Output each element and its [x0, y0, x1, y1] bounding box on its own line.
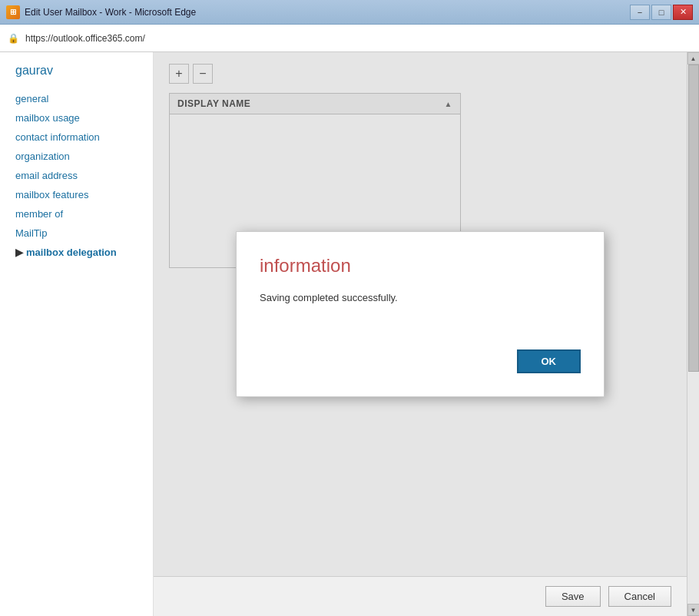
- sidebar-item-email-address[interactable]: email address: [0, 166, 153, 185]
- sidebar-item-organization[interactable]: organization: [0, 147, 153, 166]
- modal-title: information: [260, 255, 581, 277]
- sidebar-item-mailbox-features[interactable]: mailbox features: [0, 185, 153, 204]
- title-bar: ⊞ Edit User Mailbox - Work - Microsoft E…: [0, 0, 699, 25]
- sidebar-item-mailbox-usage[interactable]: mailbox usage: [0, 108, 153, 128]
- sidebar-item-member-of[interactable]: member of: [0, 204, 153, 224]
- cancel-button[interactable]: Cancel: [608, 586, 671, 607]
- sidebar-item-mailbox-usage-label: mailbox usage: [15, 112, 80, 124]
- sidebar-item-mailbox-delegation-label: mailbox delegation: [26, 247, 117, 258]
- scroll-thumb[interactable]: [688, 65, 699, 372]
- title-bar-left: ⊞ Edit User Mailbox - Work - Microsoft E…: [6, 5, 196, 19]
- sidebar-item-organization-label: organization: [15, 151, 70, 162]
- scroll-up-arrow[interactable]: ▲: [687, 52, 700, 65]
- maximize-button[interactable]: □: [651, 5, 671, 20]
- minimize-button[interactable]: −: [630, 5, 650, 20]
- scrollbar: ▲ ▼: [687, 52, 699, 616]
- close-button[interactable]: ✕: [673, 5, 693, 20]
- modal-overlay: information Saving completed successfull…: [154, 52, 687, 576]
- nav-arrow-icon: ▶: [15, 247, 23, 258]
- content-body: + − DISPLAY NAME ▲ information Saving co…: [154, 52, 687, 576]
- sidebar-item-member-of-label: member of: [15, 208, 63, 220]
- modal-footer: OK: [260, 349, 581, 373]
- scroll-track[interactable]: [687, 65, 699, 604]
- sidebar-item-mailtip-label: MailTip: [15, 227, 47, 239]
- window-controls: − □ ✕: [630, 5, 693, 20]
- sidebar-item-mailbox-features-label: mailbox features: [15, 189, 88, 200]
- footer: Save Cancel: [154, 576, 687, 616]
- sidebar-item-mailtip[interactable]: MailTip: [0, 224, 153, 243]
- app-icon: ⊞: [6, 5, 20, 19]
- sidebar-username: gaurav: [0, 64, 153, 89]
- content-area: + − DISPLAY NAME ▲ information Saving co…: [154, 52, 687, 616]
- sidebar-item-general-label: general: [15, 93, 48, 104]
- information-dialog: information Saving completed successfull…: [236, 231, 605, 397]
- sidebar-item-contact-information-label: contact information: [15, 131, 100, 143]
- modal-message: Saving completed successfully.: [260, 292, 581, 303]
- lock-icon: 🔒: [8, 33, 19, 44]
- address-bar: 🔒: [0, 25, 699, 52]
- sidebar-item-email-address-label: email address: [15, 170, 78, 181]
- sidebar-item-general[interactable]: general: [0, 89, 153, 108]
- sidebar-item-mailbox-delegation[interactable]: ▶mailbox delegation: [0, 243, 153, 262]
- scroll-down-arrow[interactable]: ▼: [687, 604, 700, 616]
- sidebar-nav: general mailbox usage contact informatio…: [0, 89, 153, 262]
- save-button[interactable]: Save: [545, 586, 601, 607]
- main-window: gaurav general mailbox usage contact inf…: [0, 52, 699, 616]
- address-input[interactable]: [25, 33, 691, 44]
- sidebar-item-contact-information[interactable]: contact information: [0, 128, 153, 147]
- sidebar: gaurav general mailbox usage contact inf…: [0, 52, 154, 616]
- window-title: Edit User Mailbox - Work - Microsoft Edg…: [25, 7, 196, 18]
- ok-button[interactable]: OK: [517, 349, 581, 373]
